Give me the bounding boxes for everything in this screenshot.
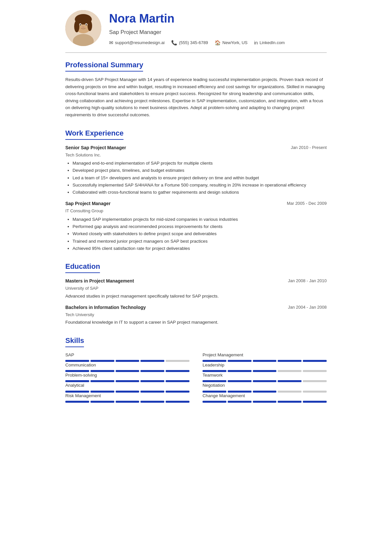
bullet-item: Collaborated with cross-functional teams… — [73, 189, 327, 196]
location-icon: 🏠 — [215, 39, 221, 47]
skills-title: Skills — [65, 335, 84, 347]
skill-segment — [90, 380, 114, 382]
skill-name: Change Management — [203, 393, 327, 399]
bullet-item: Worked closely with stakeholders to defi… — [73, 231, 327, 237]
skill-segment — [166, 380, 189, 382]
skill-segment — [140, 401, 164, 403]
skill-bar — [65, 360, 189, 362]
skill-segment — [303, 360, 327, 362]
skill-item: SAP — [65, 352, 189, 362]
skill-segment — [65, 360, 89, 362]
skill-segment — [303, 370, 327, 372]
skill-segment — [90, 391, 114, 393]
skill-name: Analytical — [65, 382, 189, 389]
email-icon: ✉ — [109, 39, 113, 47]
skill-segment — [140, 380, 164, 382]
skill-segment — [203, 360, 226, 362]
skill-segment — [228, 391, 252, 393]
skill-segment — [253, 370, 277, 372]
skill-segment — [65, 401, 89, 403]
skill-segment — [303, 391, 327, 393]
skill-name: Problem-solving — [65, 372, 189, 379]
skill-segment — [278, 380, 302, 382]
summary-title: Professional Summary — [65, 59, 143, 72]
skill-segment — [116, 391, 139, 393]
skill-segment — [228, 401, 252, 403]
svg-point-10 — [82, 26, 85, 28]
svg-point-8 — [80, 24, 81, 25]
skill-name: Risk Management — [65, 393, 189, 399]
skill-segment — [303, 380, 327, 382]
skill-segment — [116, 380, 139, 382]
skill-segment — [253, 360, 277, 362]
jobs-container: Senior Sap Project Manager Jan 2010 - Pr… — [65, 144, 327, 252]
skill-segment — [166, 391, 189, 393]
education-title: Education — [65, 261, 100, 273]
skill-item: Project Management — [203, 352, 327, 362]
skill-name: Leadership — [203, 362, 327, 368]
skill-bar — [203, 391, 327, 393]
skill-segment — [203, 401, 226, 403]
edu-item: Masters in Project Management Jan 2008 -… — [65, 278, 327, 299]
bullet-item: Successfully implemented SAP S/4HANA for… — [73, 182, 327, 188]
bullet-item: Led a team of 15+ developers and analyst… — [73, 175, 327, 181]
skill-bar — [203, 401, 327, 403]
skill-segment — [116, 360, 139, 362]
skills-container: SAP Communication Problem-solving Analyt… — [65, 352, 327, 403]
contact-phone: 📞 (555) 345-6789 — [171, 39, 208, 47]
skill-segment — [278, 360, 302, 362]
contact-row: ✉ support@resumedesign.ai 📞 (555) 345-67… — [109, 39, 327, 47]
skills-col-left: SAP Communication Problem-solving Analyt… — [65, 352, 189, 403]
skill-item: Analytical — [65, 382, 189, 392]
bullet-item: Developed project plans, timelines, and … — [73, 167, 327, 174]
job-date: Mar 2005 - Dec 2009 — [287, 200, 327, 207]
edu-school: Tech University — [65, 312, 327, 318]
skill-segment — [278, 391, 302, 393]
edu-container: Masters in Project Management Jan 2008 -… — [65, 278, 327, 326]
skill-segment — [116, 401, 139, 403]
skill-item: Communication — [65, 362, 189, 372]
skill-item: Problem-solving — [65, 372, 189, 382]
resume-header: Nora Martin Sap Project Manager ✉ suppor… — [65, 10, 327, 46]
skill-item: Negotiation — [203, 382, 327, 392]
skill-segment — [278, 370, 302, 372]
contact-linkedin: in LinkedIn.com — [254, 39, 285, 47]
svg-point-4 — [74, 21, 79, 32]
work-experience-title: Work Experience — [65, 128, 123, 140]
skill-item: Leadership — [203, 362, 327, 372]
skill-segment — [90, 401, 114, 403]
linkedin-icon: in — [254, 39, 258, 47]
skill-item: Risk Management — [65, 393, 189, 403]
bullet-item: Achieved 95% client satisfaction rate fo… — [73, 245, 327, 252]
edu-desc: Advanced studies in project management s… — [65, 293, 327, 299]
summary-section: Professional Summary Results-driven SAP … — [65, 59, 327, 119]
bullet-item: Trained and mentored junior project mana… — [73, 238, 327, 245]
contact-location: 🏠 NewYork, US — [215, 39, 248, 47]
edu-date: Jan 2008 - Jan 2010 — [288, 278, 327, 284]
skill-name: Project Management — [203, 352, 327, 358]
job-bullets: Managed SAP implementation projects for … — [65, 216, 327, 252]
contact-email: ✉ support@resumedesign.ai — [109, 39, 165, 47]
skill-bar — [65, 391, 189, 393]
edu-degree: Bachelors in Information Technology — [65, 304, 146, 311]
edu-degree: Masters in Project Management — [65, 278, 134, 284]
skill-segment — [253, 401, 277, 403]
skill-segment — [90, 360, 114, 362]
skill-segment — [203, 391, 226, 393]
candidate-title: Sap Project Manager — [109, 28, 327, 37]
skill-segment — [253, 391, 277, 393]
skill-segment — [166, 401, 189, 403]
candidate-name: Nora Martin — [109, 10, 327, 27]
skill-name: Negotiation — [203, 382, 327, 389]
skill-segment — [253, 380, 277, 382]
skill-bar — [203, 360, 327, 362]
job-item: Sap Project Manager Mar 2005 - Dec 2009 … — [65, 200, 327, 252]
skill-segment — [65, 391, 89, 393]
skill-segment — [140, 391, 164, 393]
svg-point-5 — [88, 21, 92, 31]
summary-text: Results-driven SAP Project Manager with … — [65, 76, 327, 119]
skill-segment — [140, 370, 164, 372]
skill-item: Teamwork — [203, 372, 327, 382]
skill-segment — [228, 370, 252, 372]
skill-bar — [65, 401, 189, 403]
